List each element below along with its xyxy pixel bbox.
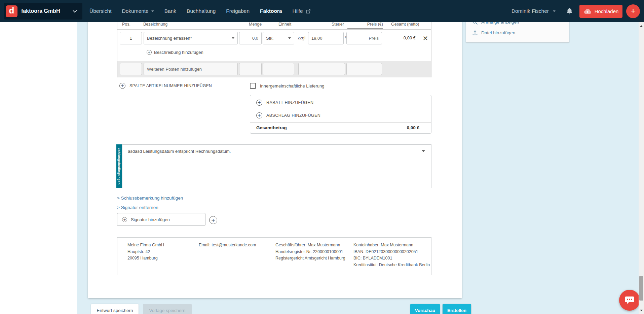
preview-button[interactable]: Vorschau: [410, 304, 440, 314]
plus-circle-icon: [256, 100, 262, 106]
scrollbar-thumb[interactable]: [639, 276, 643, 301]
add-row-strip: [117, 61, 431, 77]
nav-item-bank[interactable]: Bank: [164, 8, 176, 14]
remove-signature-link[interactable]: > Signatur entfernen: [117, 205, 158, 210]
new-row-price-input[interactable]: [346, 63, 382, 75]
add-deduction-link[interactable]: ABSCHLAG HINZUFÜGEN: [256, 112, 320, 118]
col-header-steuer: Steuer: [332, 22, 344, 27]
footer-bank-column: Kontoinhaber: Max Mustermann IBAN: DE021…: [353, 242, 431, 268]
footer-address-column: Meine Firma GmbH Hauptstr. 42 20095 Hamb…: [127, 242, 164, 262]
vertical-scrollbar[interactable]: [639, 22, 644, 314]
top-navbar: d faktoora GmbH Übersicht Dokumente Bank…: [0, 0, 644, 22]
save-template-button: Vorlage speichern: [143, 304, 192, 314]
discount-total-box: RABATT HINZUFÜGEN ABSCHLAG HINZUFÜGEN Ge…: [250, 95, 431, 134]
external-link-icon: [306, 9, 311, 14]
invoice-editor-screen: d faktoora GmbH Übersicht Dokumente Bank…: [0, 0, 644, 314]
file-upload-icon: [472, 30, 478, 36]
nav-item-uebersicht[interactable]: Übersicht: [89, 8, 111, 14]
main-nav: Übersicht Dokumente Bank Buchhaltung Fre…: [89, 0, 311, 22]
add-description-link[interactable]: Beschreibung hinzufügen: [147, 48, 203, 56]
zzgl-label: zzgl.: [298, 35, 307, 40]
scroll-up-arrow[interactable]: [640, 25, 643, 27]
plus-circle-icon: [147, 50, 152, 55]
payment-terms-section: Zahlungsbedingungen asdasd Leistungsdatu…: [116, 144, 431, 188]
upload-button[interactable]: Hochladen: [579, 5, 622, 18]
chevron-down-icon: [232, 37, 234, 39]
payment-terms-tab[interactable]: Zahlungsbedingungen: [116, 144, 122, 188]
company-selector[interactable]: d faktoora GmbH: [4, 3, 82, 20]
scroll-down-arrow[interactable]: [640, 310, 643, 311]
line-items-table: Pos. Bezeichnung Menge Einheit Steuer Pr…: [117, 20, 431, 77]
new-row-quantity-input[interactable]: [239, 63, 262, 75]
intra-community-checkbox-row[interactable]: Innergemeinschaftliche Lieferung: [250, 83, 325, 89]
col-header-gesamt: Gesamt (netto): [391, 22, 419, 27]
divider: [250, 122, 431, 123]
footer-register-column: Geschäftsführer: Max Mustermann Handelsr…: [275, 242, 353, 262]
price-input[interactable]: [346, 32, 382, 44]
quantity-input[interactable]: [239, 32, 262, 44]
chat-bubble-icon: [624, 295, 635, 306]
col-header-bezeichnung: Bezeichnung: [143, 22, 167, 27]
nav-item-buchhaltung[interactable]: Buchhaltung: [187, 8, 216, 14]
col-header-menge: Menge: [249, 22, 262, 27]
cloud-upload-icon: [583, 8, 592, 14]
notifications-bell-icon[interactable]: [566, 7, 573, 15]
chevron-down-icon: [151, 10, 154, 12]
nav-item-dokumente[interactable]: Dokumente: [122, 8, 154, 14]
create-button[interactable]: Erstellen: [443, 304, 471, 314]
plus-circle-icon: [256, 112, 262, 118]
add-signature-button[interactable]: Signatur hinzufügen: [117, 213, 205, 226]
company-info-footer: Meine Firma GmbH Hauptstr. 42 20095 Hamb…: [117, 237, 431, 275]
navbar-right: Dominik Fischer Hochladen +: [512, 0, 640, 22]
col-header-einheit: Einheit: [278, 22, 291, 27]
total-value: 0,00 €: [407, 125, 419, 130]
delete-row-button[interactable]: ✕: [421, 34, 430, 43]
nav-item-hilfe[interactable]: Hilfe: [293, 8, 311, 14]
payment-terms-box: asdasd Leistungsdatum entspricht Rechnun…: [122, 144, 431, 188]
company-name: faktoora GmbH: [21, 8, 60, 14]
add-closing-remark-link[interactable]: > Schlussbemerkung hinzufügen: [117, 196, 183, 201]
line-item-row: Bezeichnung erfassen* Stk. zzgl. % 0,00 …: [117, 32, 431, 44]
row-total-value: 0,00 €: [383, 35, 416, 40]
new-row-pos-input[interactable]: [120, 63, 142, 75]
position-input[interactable]: [120, 32, 142, 44]
col-header-preis[interactable]: Preis (€): [347, 22, 383, 29]
tax-input[interactable]: [308, 32, 344, 44]
col-header-pos: Pos.: [122, 22, 130, 27]
nav-item-freigaben[interactable]: Freigaben: [226, 8, 250, 14]
nav-item-faktoora[interactable]: Faktoora: [260, 8, 282, 14]
add-discount-link[interactable]: RABATT HINZUFÜGEN: [256, 100, 313, 106]
chevron-down-icon: [73, 8, 77, 13]
payment-terms-textarea[interactable]: asdasd Leistungsdatum entspricht Rechnun…: [122, 145, 431, 188]
add-file-link[interactable]: Datei hinzufügen: [472, 30, 515, 36]
invoice-editor-card: Pos. Bezeichnung Menge Einheit Steuer Pr…: [88, 20, 462, 298]
description-select[interactable]: Bezeichnung erfassen*: [144, 32, 238, 44]
chevron-down-icon: [288, 37, 291, 39]
save-draft-button[interactable]: Entwurf speichern: [91, 304, 139, 314]
new-row-unit-input[interactable]: [263, 63, 294, 75]
add-signature-plus-button[interactable]: [209, 216, 217, 224]
plus-circle-icon: [122, 217, 127, 222]
add-article-number-column-link[interactable]: SPALTE ARTIKELNUMMER HINZUFÜGEN: [119, 83, 212, 89]
chat-widget-button[interactable]: [619, 290, 640, 311]
new-row-description-input[interactable]: [144, 63, 238, 75]
user-menu[interactable]: Dominik Fischer: [512, 8, 549, 14]
add-new-button[interactable]: +: [626, 4, 640, 18]
footer-contact-column: Email: test@musterkunde.com: [199, 242, 256, 249]
faktoora-logo: d: [6, 5, 17, 17]
unit-select[interactable]: Stk.: [263, 32, 294, 44]
total-label: Gesamtbetrag: [256, 125, 287, 130]
plus-circle-icon: [119, 83, 125, 89]
checkbox[interactable]: [250, 83, 256, 89]
chevron-down-icon: [553, 10, 556, 12]
chevron-down-icon[interactable]: [422, 150, 425, 152]
new-row-tax-input[interactable]: [298, 63, 345, 75]
